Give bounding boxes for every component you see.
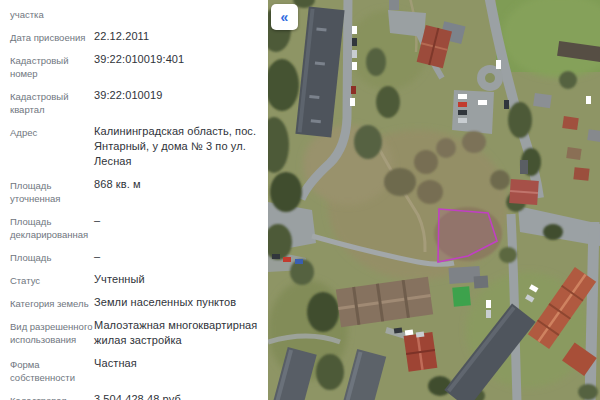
info-row: Кадастровый номер 39:22:010019:401 [10, 52, 260, 80]
info-value: Учтенный [94, 272, 260, 287]
info-label: участка [10, 6, 94, 21]
info-value: Земли населенных пунктов [94, 295, 260, 310]
info-label: Статус [10, 272, 94, 287]
info-value: – [94, 213, 260, 228]
info-row: Адрес Калининградская область, пос. Янта… [10, 124, 260, 169]
info-value: Калининградская область, пос. Янтарный, … [94, 124, 260, 169]
info-row: Категория земель Земли населенных пункто… [10, 295, 260, 310]
map-viewport[interactable]: « [268, 0, 600, 400]
parcel-info-panel: участка Дата присвоения 22.12.2011 Кадас… [0, 0, 268, 400]
info-value: 868 кв. м [94, 177, 260, 192]
info-row: Кадастровая стоимость 3 504 428,48 руб. [10, 392, 260, 400]
info-label: Кадастровый квартал [10, 88, 94, 116]
info-row: Площадь декларированная – [10, 213, 260, 241]
info-label: Адрес [10, 124, 94, 139]
info-value: – [94, 249, 260, 264]
info-row: Статус Учтенный [10, 272, 260, 287]
info-row: Дата присвоения 22.12.2011 [10, 29, 260, 44]
info-row: Форма собственности Частная [10, 356, 260, 384]
info-label: Категория земель [10, 295, 94, 310]
info-label: Кадастровая стоимость [10, 392, 94, 400]
info-value: 3 504 428,48 руб. [94, 392, 260, 400]
info-row: Кадастровый квартал 39:22:010019 [10, 88, 260, 116]
info-value: 39:22:010019 [94, 88, 260, 103]
collapse-panel-button[interactable]: « [271, 4, 298, 30]
info-value: 39:22:010019:401 [94, 52, 260, 67]
cadastral-app: участка Дата присвоения 22.12.2011 Кадас… [0, 0, 600, 400]
info-label: Вид разрешенного использования [10, 318, 94, 346]
info-label: Дата присвоения [10, 29, 94, 44]
info-label: Площадь уточненная [10, 177, 94, 205]
info-value: 22.12.2011 [94, 29, 260, 44]
info-label: Форма собственности [10, 356, 94, 384]
info-row: участка [10, 6, 260, 21]
info-label: Площадь [10, 249, 94, 264]
info-value: Малоэтажная многоквартирная жилая застро… [94, 318, 260, 348]
info-row: Площадь – [10, 249, 260, 264]
info-value: Частная [94, 356, 260, 371]
info-label: Площадь декларированная [10, 213, 94, 241]
info-row: Площадь уточненная 868 кв. м [10, 177, 260, 205]
info-label: Кадастровый номер [10, 52, 94, 80]
chevron-double-left-icon: « [281, 9, 289, 25]
info-row: Вид разрешенного использования Малоэтажн… [10, 318, 260, 348]
satellite-imagery[interactable] [268, 0, 600, 400]
